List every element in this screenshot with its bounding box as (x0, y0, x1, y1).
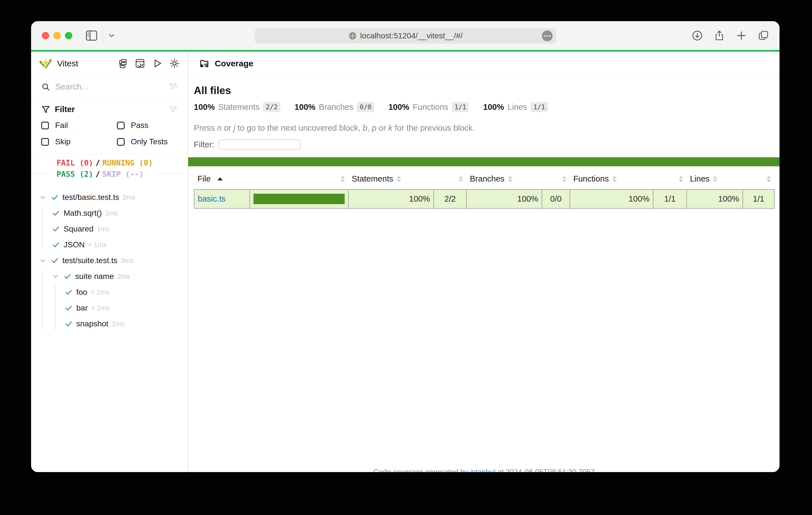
coverage-folder-icon (199, 58, 210, 69)
coverage-status-line (188, 157, 780, 166)
checkbox[interactable] (117, 138, 124, 146)
chevron-down-icon[interactable] (39, 257, 47, 265)
new-tab-icon[interactable] (735, 30, 747, 41)
tabs-overview-icon[interactable] (757, 30, 769, 41)
main-pane: Coverage All files 100%Statements2/2100%… (188, 52, 780, 472)
more-options-icon[interactable] (542, 30, 553, 41)
test-duration: 2ms (117, 272, 130, 280)
sort-arrows-icon (508, 176, 513, 182)
statements-pct-cell: 100% (348, 189, 434, 208)
filter-option-fail[interactable]: Fail (41, 121, 117, 130)
statements-raw-cell: 2/2 (434, 189, 466, 208)
coverage-filter-label: Filter: (194, 140, 214, 149)
functions-pct-cell: 100% (570, 189, 653, 208)
filter-options: FailPassSkipOnly Tests (41, 121, 177, 146)
test-duration: 1ms (97, 225, 110, 233)
dashboard-icon[interactable] (135, 58, 145, 69)
test-duration: 2ms (123, 193, 135, 201)
search-icon (41, 83, 50, 91)
share-icon[interactable] (714, 30, 725, 41)
coverage-table-row: basic.ts 100% 2/2 100% 0/0 100% 1/1 100%… (194, 189, 775, 208)
running-count: RUNNING (0) (102, 158, 153, 167)
tree-item[interactable]: test/basic.test.ts2ms (31, 189, 187, 205)
filter-option-pass[interactable]: Pass (117, 121, 177, 130)
sort-header-statements[interactable]: Statements (348, 169, 434, 189)
sort-arrows-icon (612, 176, 617, 182)
test-name: JSON (64, 240, 85, 249)
filter-option-only-tests[interactable]: Only Tests (117, 137, 177, 146)
tree-item[interactable]: Math.sqrt()1ms (31, 205, 187, 221)
chevron-down-icon[interactable] (52, 273, 59, 280)
search-input[interactable] (55, 82, 163, 91)
tree-item[interactable]: suite name2ms (31, 269, 187, 284)
pass-check-icon (63, 272, 72, 281)
tree-item[interactable]: test/suite.test.ts3ms (31, 253, 187, 269)
sort-header-file[interactable]: File (194, 169, 250, 189)
pass-check-icon (64, 288, 73, 297)
filter-option-skip[interactable]: Skip (41, 137, 117, 146)
coverage-metric: 100%Statements2/2 (194, 102, 280, 112)
coverage-filter-input[interactable] (219, 140, 301, 150)
sort-header-functions[interactable]: Functions (570, 169, 653, 189)
test-duration: 1ms (105, 209, 118, 217)
tree-view-icon[interactable] (118, 58, 128, 69)
coverage-metric: 100%Branches0/0 (294, 102, 374, 112)
test-name: test/basic.test.ts (62, 193, 119, 202)
pass-count: PASS (2) (57, 170, 93, 178)
sort-header-lines-raw[interactable] (743, 169, 775, 189)
pass-check-icon (52, 209, 60, 217)
test-name: test/suite.test.ts (62, 256, 118, 265)
address-bar[interactable]: localhost:51204/__vitest__/#/ (255, 28, 556, 43)
filter-title: Filter (55, 105, 75, 114)
test-duration: 1ms (112, 320, 124, 328)
branches-raw-cell: 0/0 (542, 189, 570, 208)
browser-toolbar: localhost:51204/__vitest__/#/ (31, 21, 780, 50)
theme-toggle-icon[interactable] (169, 58, 180, 69)
tree-item[interactable]: Squared1ms (31, 221, 187, 237)
search-bar (31, 75, 187, 98)
test-name: Math.sqrt() (64, 209, 102, 218)
coverage-table: File Statements (194, 169, 775, 209)
test-name: snapshot (76, 319, 109, 328)
download-icon[interactable] (691, 30, 703, 41)
file-link[interactable]: basic.ts (198, 194, 226, 203)
coverage-table-header-row: File Statements (194, 169, 775, 189)
clear-filter-icon[interactable] (168, 83, 177, 91)
sort-header-statements-raw[interactable] (434, 169, 466, 189)
clear-filter-icon[interactable] (168, 105, 177, 114)
metric-fraction-badge: 1/1 (452, 102, 469, 112)
filter-panel: Filter FailPassSkipOnly Tests (31, 98, 187, 154)
sort-header-branches-raw[interactable] (542, 169, 570, 189)
chevron-down-icon[interactable] (39, 194, 47, 201)
checkbox[interactable] (41, 122, 49, 129)
sort-header-lines[interactable]: Lines (687, 169, 743, 189)
checkbox-label: Only Tests (131, 137, 168, 146)
run-all-icon[interactable] (152, 58, 163, 69)
sort-header-functions-raw[interactable] (653, 169, 687, 189)
sidebar-toggle-icon[interactable] (85, 30, 98, 41)
sort-arrows-icon (766, 176, 771, 182)
panel-title: Coverage (215, 59, 254, 68)
sidebar-header: Vitest (31, 52, 187, 75)
istanbul-link[interactable]: istanbul (470, 467, 496, 472)
sort-arrows-icon (562, 176, 567, 182)
metric-fraction-badge: 2/2 (263, 102, 281, 112)
tree-item[interactable]: JSON< 1ms (31, 237, 187, 253)
sort-header-bar[interactable] (250, 169, 348, 189)
checkbox[interactable] (41, 138, 49, 146)
checkbox-label: Skip (55, 137, 70, 146)
branches-pct-cell: 100% (466, 189, 542, 208)
close-window-button[interactable] (42, 32, 49, 39)
sort-header-branches[interactable]: Branches (466, 169, 542, 189)
minimize-window-button[interactable] (53, 32, 61, 39)
funnel-icon (41, 105, 50, 114)
test-duration: 3ms (121, 256, 134, 265)
checkbox[interactable] (117, 122, 124, 129)
lines-pct-cell: 100% (687, 189, 743, 208)
metric-fraction-badge: 0/0 (357, 102, 374, 112)
functions-raw-cell: 1/1 (653, 189, 687, 208)
tree-guide-line (42, 206, 43, 250)
chevron-down-icon[interactable] (107, 31, 116, 40)
pass-check-icon (51, 193, 59, 202)
zoom-window-button[interactable] (65, 32, 72, 39)
